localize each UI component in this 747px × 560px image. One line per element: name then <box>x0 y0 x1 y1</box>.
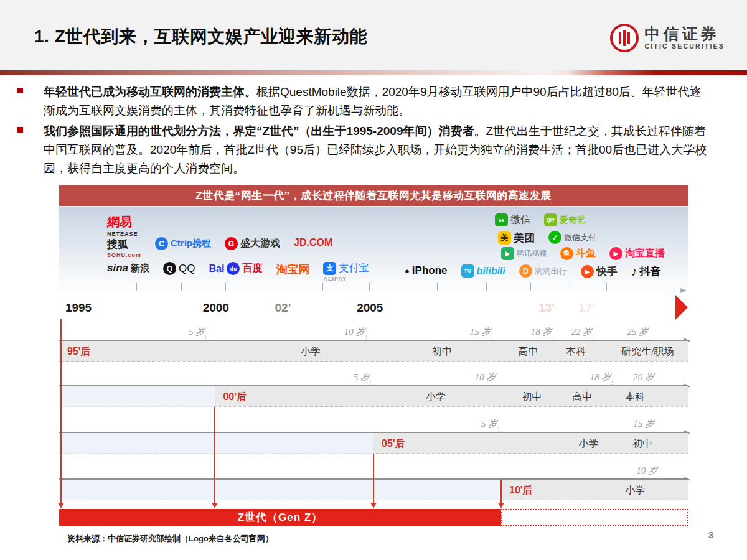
jd-logo-line: JD.COM <box>294 237 332 248</box>
taobao-live-logo-part: ▶ <box>609 247 622 260</box>
generation-label: 00'后 <box>223 386 247 407</box>
sina-weibo-logo-part: 新浪 <box>131 263 149 274</box>
iqiyi-logo-part: 爱奇艺 <box>560 215 586 226</box>
logo-row: ••微信QIY爱奇艺 <box>495 213 586 226</box>
logo-column-tick <box>486 283 487 291</box>
logo-row: 搜狐SOHU.comCCtrip携程G盛大游戏JD.COM <box>107 237 332 258</box>
baidu-logo-line: Baidu百度 <box>209 262 262 275</box>
genz-bar: Z世代（Gen Z） <box>59 509 501 526</box>
shanda-games-logo: G盛大游戏 <box>225 237 280 250</box>
alipay-logo-part: 支付宝 <box>339 262 369 275</box>
alipay-logo-part: 支 <box>323 262 336 275</box>
logo-column-tick <box>437 283 438 291</box>
pre-birth-band <box>59 433 374 454</box>
douyu-logo-part: 斗鱼 <box>576 247 596 260</box>
apple-iphone-logo-part: iPhone <box>412 264 448 277</box>
age-label: 18 岁 <box>531 326 552 338</box>
logo-column-tick <box>136 283 137 291</box>
bullet-2-bold: 我们参照国际通用的世代划分方法，界定“Z世代”（出生于1995-2009年间）消… <box>44 124 486 138</box>
wechat-logo: ••微信 <box>495 213 530 226</box>
citic-securities-logo: 中信证券 CITIC SECURITIES <box>610 24 725 52</box>
timeline-year-label: 13' <box>538 297 555 318</box>
douyu-logo-part: 鱼 <box>560 247 573 260</box>
bilibili-logo: TVbilibili <box>461 264 505 278</box>
genz-timeline-chart: Z世代是“网生一代”，成长过程伴随着互联网尤其是移动互联网的高速发展 網易NET… <box>59 185 688 529</box>
life-stage-label: 研究生/职场 <box>621 341 674 362</box>
sohu-logo-part: 搜狐 <box>107 237 128 251</box>
timeline-year-label: 1995 <box>65 297 92 318</box>
life-stage-label: 小学 <box>426 386 446 407</box>
baidu-logo-part: 百度 <box>242 262 262 275</box>
generation-bar: 00'后 <box>215 386 688 407</box>
didi-logo: D滴滴出行 <box>519 264 567 278</box>
age-label: 5 岁 <box>189 326 205 338</box>
pre-birth-band <box>59 480 501 500</box>
douyu-logo-line: 鱼斗鱼 <box>560 247 596 260</box>
age-label: 15 岁 <box>470 326 491 338</box>
generation-label: 05'后 <box>382 433 405 454</box>
logo-column-tick <box>369 283 370 291</box>
life-stage-label: 初中 <box>432 341 452 362</box>
logo-column-tick <box>606 283 607 291</box>
logo-tick-line <box>59 291 680 291</box>
life-stage-label: 本科 <box>566 341 586 362</box>
douyin-logo-part: ♪ <box>631 264 637 279</box>
ctrip-logo-part: Ctrip携程 <box>171 238 211 250</box>
age-label: 20 岁 <box>633 371 654 383</box>
shanda-games-logo-line: G盛大游戏 <box>225 237 280 250</box>
bullet-square-icon <box>17 127 23 133</box>
life-stage-label: 初中 <box>522 386 542 407</box>
timeline-year-label: 02' <box>275 297 291 318</box>
taobao-live-logo: ▶淘宝直播 <box>609 247 665 260</box>
age-label: 5 岁 <box>481 418 497 430</box>
netease-logo: 網易NETEASE <box>107 213 138 237</box>
ctrip-logo-part: C <box>155 237 168 250</box>
timeline-bar: 1995200002'2005201013'17'2020 <box>59 297 675 318</box>
life-stage-label: 高中 <box>518 341 538 362</box>
birth-year-drop-arrow <box>373 454 374 506</box>
age-label: 10 岁 <box>636 465 657 477</box>
age-label: 15 岁 <box>633 418 654 430</box>
age-scale-00'后: 5 岁10 岁18 岁20 岁 <box>59 366 688 386</box>
slide: 1. Z世代到来，互联网文娱产业迎来新动能 中信证券 CITIC SECURIT… <box>0 0 747 560</box>
logo-area: 網易NETEASE搜狐SOHU.comCCtrip携程G盛大游戏JD.COMsi… <box>59 207 688 293</box>
wechat-logo-part: 微信 <box>510 213 530 226</box>
logo-row: ▶腾讯视频鱼斗鱼▶淘宝直播 <box>501 247 665 260</box>
generation-row-00'后: 00'后小学初中高中本科 <box>59 386 688 407</box>
logo-column-tick <box>568 283 568 291</box>
taobao-live-logo-part: 淘宝直播 <box>625 247 665 260</box>
bullet-1-bold: 年轻世代已成为移动互联网的消费主体。 <box>44 85 256 98</box>
page-title: 1. Z世代到来，互联网文娱产业迎来新动能 <box>34 25 367 49</box>
meituan-logo-part: 美团 <box>514 231 535 245</box>
logo-column-tick <box>181 283 182 291</box>
apple-iphone-logo-part: ● <box>405 266 410 276</box>
qq-logo-part: Q <box>163 262 176 275</box>
genz-bar-row: Z世代（Gen Z） <box>59 509 688 526</box>
wechat-logo-part: •• <box>495 213 508 226</box>
ctrip-logo-line: CCtrip携程 <box>155 237 211 250</box>
tencent-video-logo-part: ▶ <box>501 247 514 260</box>
bullet-1: 年轻世代已成为移动互联网的消费主体。根据QuestMobile数据，2020年9… <box>44 83 712 120</box>
alipay-logo-line: 支支付宝 <box>323 262 369 275</box>
age-scale-05'后: 5 岁15 岁 <box>59 413 688 433</box>
birth-year-drop-arrow <box>214 407 215 506</box>
didi-logo-part: D <box>519 264 532 278</box>
age-label: 10 岁 <box>344 326 365 338</box>
generation-row-05'后: 05'后小学初中 <box>59 433 688 454</box>
baidu-logo: Baidu百度 <box>209 262 262 275</box>
baidu-logo-part: du <box>227 262 240 275</box>
meituan-logo: 美美团 <box>498 231 535 245</box>
douyin-logo-line: ♪抖音 <box>631 264 661 279</box>
logo-row: 美美团✓微信支付 <box>498 231 596 245</box>
timeline-year-label: 2000 <box>203 297 229 318</box>
timeline-arrowhead-icon <box>675 295 688 320</box>
taobao-logo-part: 淘宝网 <box>276 262 309 277</box>
kuaishou-logo: ▶快手 <box>581 264 618 279</box>
timeline-year-label: 2020 <box>623 297 649 318</box>
generation-label: 95'后 <box>67 341 91 362</box>
iqiyi-logo-line: QIY爱奇艺 <box>544 213 586 226</box>
taobao-live-logo-line: ▶淘宝直播 <box>609 247 665 260</box>
logo-row: 網易NETEASE <box>107 213 138 237</box>
wechat-pay-logo: ✓微信支付 <box>548 231 596 244</box>
netease-logo-part: 網易 <box>107 213 132 230</box>
